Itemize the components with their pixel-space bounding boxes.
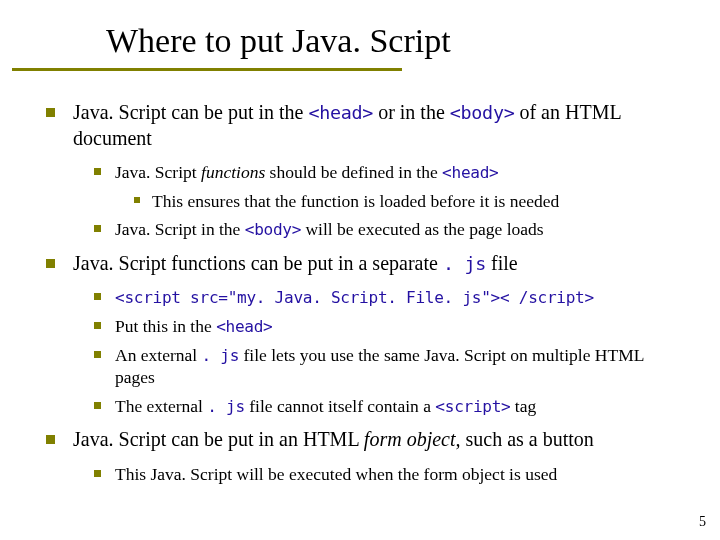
bullet-level3: This ensures that the function is loaded… xyxy=(134,190,686,212)
text: Java. Script can be put in an HTML xyxy=(73,428,364,450)
text: file xyxy=(486,252,518,274)
bullet-text: Put this in the <head> xyxy=(115,315,686,338)
bullet-level1: Java. Script functions can be put in a s… xyxy=(46,251,686,277)
bullet-icon xyxy=(94,293,101,300)
bullet-text: Java. Script in the <body> will be execu… xyxy=(115,218,686,241)
bullet-icon xyxy=(46,435,55,444)
bullet-text: The external . js file cannot itself con… xyxy=(115,395,686,418)
bullet-icon xyxy=(94,322,101,329)
slide: Where to put Java. Script Java. Script c… xyxy=(0,0,720,540)
bullet-text: This Java. Script will be executed when … xyxy=(115,463,686,485)
code-text: <head> xyxy=(309,102,374,123)
code-text: <script src="my. Java. Script. File. js"… xyxy=(115,288,594,307)
text: should be defined in the xyxy=(265,162,442,182)
bullet-level2: Java. Script functions should be defined… xyxy=(94,161,686,184)
bullet-text: This ensures that the function is loaded… xyxy=(152,190,686,212)
code-text: <body> xyxy=(450,102,515,123)
bullet-text: An external . js file lets you use the s… xyxy=(115,344,686,389)
bullet-icon xyxy=(94,470,101,477)
code-text: <script> xyxy=(435,397,510,416)
bullet-icon xyxy=(134,197,140,203)
bullet-icon xyxy=(94,402,101,409)
title-underline xyxy=(12,68,402,71)
bullet-icon xyxy=(94,225,101,232)
text: Java. Script in the xyxy=(115,219,245,239)
text: or in the xyxy=(373,101,450,123)
bullet-level2: <script src="my. Java. Script. File. js"… xyxy=(94,286,686,309)
bullet-icon xyxy=(46,259,55,268)
text: file cannot itself contain a xyxy=(245,396,435,416)
code-text: . js xyxy=(443,253,486,274)
code-text: . js xyxy=(207,397,245,416)
bullet-text: Java. Script can be put in an HTML form … xyxy=(73,427,686,453)
text: tag xyxy=(510,396,536,416)
page-number: 5 xyxy=(699,514,706,530)
bullet-level2: This Java. Script will be executed when … xyxy=(94,463,686,485)
text: An external xyxy=(115,345,202,365)
text: Java. Script can be put in the xyxy=(73,101,309,123)
code-text: . js xyxy=(202,346,240,365)
code-text: <head> xyxy=(442,163,498,182)
bullet-icon xyxy=(46,108,55,117)
bullet-text: Java. Script functions should be defined… xyxy=(115,161,686,184)
sublist: Java. Script functions should be defined… xyxy=(94,161,686,241)
slide-body: Java. Script can be put in the <head> or… xyxy=(46,100,686,491)
bullet-level2: The external . js file cannot itself con… xyxy=(94,395,686,418)
slide-title: Where to put Java. Script xyxy=(106,22,451,60)
bullet-level1: Java. Script can be put in an HTML form … xyxy=(46,427,686,453)
text: Java. Script functions can be put in a s… xyxy=(73,252,443,274)
bullet-level2: Put this in the <head> xyxy=(94,315,686,338)
text: The external xyxy=(115,396,207,416)
sublist: This Java. Script will be executed when … xyxy=(94,463,686,485)
bullet-icon xyxy=(94,168,101,175)
bullet-level2: Java. Script in the <body> will be execu… xyxy=(94,218,686,241)
text: will be executed as the page loads xyxy=(301,219,543,239)
italic-text: form object, xyxy=(364,428,461,450)
subsublist: This ensures that the function is loaded… xyxy=(134,190,686,212)
bullet-level1: Java. Script can be put in the <head> or… xyxy=(46,100,686,151)
bullet-icon xyxy=(94,351,101,358)
bullet-text: Java. Script functions can be put in a s… xyxy=(73,251,686,277)
bullet-text: Java. Script can be put in the <head> or… xyxy=(73,100,686,151)
sublist: <script src="my. Java. Script. File. js"… xyxy=(94,286,686,417)
code-text: <head> xyxy=(216,317,272,336)
bullet-text: <script src="my. Java. Script. File. js"… xyxy=(115,286,686,309)
code-text: <body> xyxy=(245,220,301,239)
text: Put this in the xyxy=(115,316,216,336)
text: Java. Script xyxy=(115,162,201,182)
bullet-level2: An external . js file lets you use the s… xyxy=(94,344,686,389)
italic-text: functions xyxy=(201,162,265,182)
text: such as a button xyxy=(461,428,594,450)
